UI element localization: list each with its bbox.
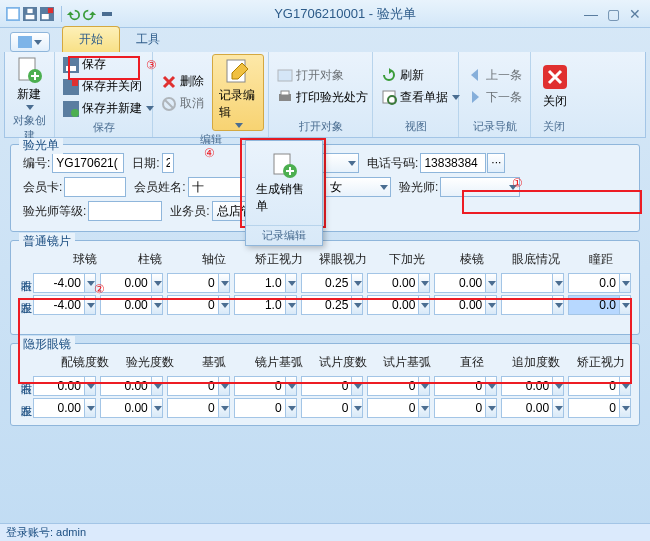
spinner-button[interactable] [84, 398, 96, 418]
grid-cell-spinner[interactable] [167, 398, 230, 418]
grid-cell-spinner[interactable] [568, 376, 631, 396]
delete-button[interactable]: 删除 [157, 71, 208, 92]
spinner-button[interactable] [218, 376, 230, 396]
grid-cell-spinner[interactable] [434, 398, 497, 418]
spinner-button[interactable] [351, 398, 363, 418]
grid-cell-input[interactable] [100, 398, 151, 418]
grid-cell-spinner[interactable] [367, 295, 430, 315]
grid-cell-spinner[interactable] [167, 273, 230, 293]
spinner-button[interactable] [151, 398, 163, 418]
maximize-button[interactable]: ▢ [604, 5, 622, 23]
spinner-button[interactable] [418, 273, 430, 293]
spinner-button[interactable] [151, 273, 163, 293]
spinner-button[interactable] [418, 376, 430, 396]
redo-icon[interactable] [83, 7, 97, 21]
grid-cell-input[interactable] [367, 273, 418, 293]
grid-cell-spinner[interactable] [568, 273, 631, 293]
grid-cell-input[interactable] [501, 376, 552, 396]
grid-cell-spinner[interactable] [434, 273, 497, 293]
new-button[interactable]: 新建 [9, 54, 49, 112]
spinner-button[interactable] [619, 295, 631, 315]
grid-cell-input[interactable] [33, 295, 84, 315]
grid-cell-input[interactable] [568, 398, 619, 418]
next-record-button[interactable]: 下一条 [463, 87, 526, 108]
spinner-button[interactable] [218, 295, 230, 315]
grid-cell-input[interactable] [568, 273, 619, 293]
grid-cell-input[interactable] [501, 295, 552, 315]
spinner-button[interactable] [485, 295, 497, 315]
cancel-button[interactable]: 取消 [157, 93, 208, 114]
grid-cell-input[interactable] [301, 376, 352, 396]
spinner-button[interactable] [418, 295, 430, 315]
grid-cell-spinner[interactable] [234, 376, 297, 396]
grid-cell-input[interactable] [501, 273, 552, 293]
grid-cell-input[interactable] [501, 398, 552, 418]
grid-cell-spinner[interactable] [100, 273, 163, 293]
name-input[interactable] [188, 177, 246, 197]
grid-cell-input[interactable] [33, 398, 84, 418]
grid-cell-spinner[interactable] [434, 295, 497, 315]
save-button[interactable]: 保存 [59, 54, 158, 75]
grid-cell-input[interactable] [234, 398, 285, 418]
grid-cell-input[interactable] [568, 376, 619, 396]
grid-cell-input[interactable] [234, 273, 285, 293]
prev-record-button[interactable]: 上一条 [463, 65, 526, 86]
spinner-button[interactable] [351, 295, 363, 315]
spinner-button[interactable] [218, 273, 230, 293]
spinner-button[interactable] [485, 376, 497, 396]
grid-cell-spinner[interactable] [501, 376, 564, 396]
spinner-button[interactable] [84, 376, 96, 396]
spinner-button[interactable] [552, 376, 564, 396]
dropdown-icon[interactable] [102, 12, 112, 16]
spinner-button[interactable] [285, 295, 297, 315]
app-menu-button[interactable] [10, 32, 50, 52]
grid-cell-input[interactable] [100, 273, 151, 293]
grid-cell-input[interactable] [167, 295, 218, 315]
spinner-button[interactable] [552, 398, 564, 418]
grid-cell-spinner[interactable] [234, 273, 297, 293]
grid-cell-input[interactable] [434, 376, 485, 396]
print-button[interactable]: 打印验光处方 [273, 87, 372, 108]
open-object-button[interactable]: 打开对象 [273, 65, 372, 86]
phone-lookup-button[interactable]: ··· [487, 153, 505, 173]
grid-cell-spinner[interactable] [33, 398, 96, 418]
spinner-button[interactable] [485, 398, 497, 418]
spinner-button[interactable] [619, 273, 631, 293]
spinner-button[interactable] [485, 273, 497, 293]
spinner-button[interactable] [619, 398, 631, 418]
savenew-button[interactable]: 保存并新建 [59, 98, 158, 119]
grid-cell-spinner[interactable] [234, 398, 297, 418]
grid-cell-spinner[interactable] [167, 376, 230, 396]
grid-cell-input[interactable] [434, 398, 485, 418]
grid-cell-input[interactable] [100, 376, 151, 396]
refresh-button[interactable]: 刷新 [377, 65, 464, 86]
grid-cell-spinner[interactable] [568, 295, 631, 315]
grid-cell-spinner[interactable] [367, 273, 430, 293]
spinner-button[interactable] [84, 273, 96, 293]
grid-cell-input[interactable] [33, 376, 84, 396]
spinner-button[interactable] [285, 398, 297, 418]
grid-cell-input[interactable] [234, 295, 285, 315]
grid-cell-spinner[interactable] [100, 295, 163, 315]
undo-icon[interactable] [66, 7, 80, 21]
grid-cell-input[interactable] [167, 376, 218, 396]
grid-cell-spinner[interactable] [434, 376, 497, 396]
spinner-button[interactable] [84, 295, 96, 315]
grid-cell-spinner[interactable] [100, 398, 163, 418]
spinner-button[interactable] [218, 398, 230, 418]
grid-cell-spinner[interactable] [501, 295, 564, 315]
spinner-button[interactable] [552, 295, 564, 315]
query-docs-button[interactable]: 查看单据 [377, 87, 464, 108]
spinner-button[interactable] [151, 376, 163, 396]
sex-select[interactable]: 女 [325, 177, 391, 197]
grid-cell-input[interactable] [434, 273, 485, 293]
saveclose-button[interactable]: 保存并关闭 [59, 76, 158, 97]
grid-cell-input[interactable] [301, 398, 352, 418]
grid-cell-input[interactable] [367, 398, 418, 418]
optometrist-select[interactable] [440, 177, 520, 197]
grid-cell-spinner[interactable] [501, 398, 564, 418]
grid-cell-spinner[interactable] [33, 376, 96, 396]
tab-tools[interactable]: 工具 [120, 27, 176, 52]
date-input[interactable] [162, 153, 174, 173]
number-input[interactable] [52, 153, 124, 173]
